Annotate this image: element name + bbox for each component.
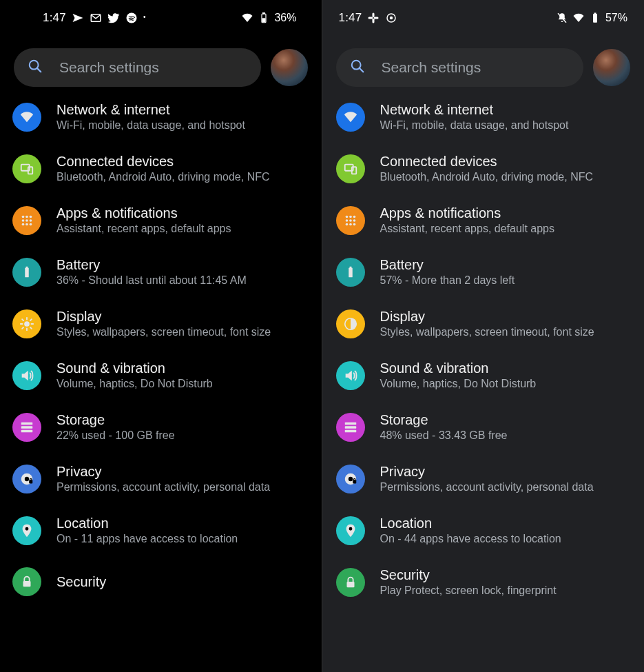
wifi-icon (572, 12, 585, 24)
settings-item-subtitle: 22% used - 100 GB free (56, 429, 175, 442)
battery-icon (589, 12, 601, 24)
search-settings-input[interactable]: Search settings (14, 48, 261, 87)
settings-item-title: Location (380, 516, 561, 531)
settings-item-subtitle: Styles, wallpapers, screen timeout, font… (56, 326, 271, 338)
settings-item-sound[interactable]: Sound & vibrationVolume, haptics, Do Not… (322, 349, 645, 401)
settings-screen-left: 1:47 • 36% Search settings Network & int… (0, 0, 322, 672)
network-icon (12, 103, 41, 132)
slack-icon (367, 12, 380, 24)
settings-item-title: Privacy (380, 464, 594, 480)
devices-icon (12, 154, 41, 183)
settings-item-subtitle: 48% used - 33.43 GB free (380, 429, 508, 442)
settings-item-apps[interactable]: Apps & notificationsAssistant, recent ap… (322, 194, 645, 246)
settings-item-subtitle: Wi-Fi, mobile, data usage, and hotspot (380, 119, 569, 132)
settings-item-storage[interactable]: Storage48% used - 33.43 GB free (322, 401, 645, 453)
settings-item-subtitle: Volume, haptics, Do Not Disturb (380, 378, 537, 390)
settings-item-title: Privacy (56, 464, 270, 480)
settings-item-network[interactable]: Network & internetWi-Fi, mobile, data us… (322, 91, 645, 143)
battery-icon (336, 258, 365, 287)
settings-item-subtitle: Bluetooth, Android Auto, driving mode, N… (56, 171, 270, 183)
settings-item-display[interactable]: DisplayStyles, wallpapers, screen timeou… (0, 298, 322, 349)
search-icon (350, 59, 365, 77)
settings-item-title: Connected devices (56, 154, 270, 170)
dnd-icon (556, 12, 568, 24)
settings-item-subtitle: Assistant, recent apps, default apps (56, 223, 231, 235)
profile-avatar[interactable] (271, 49, 308, 86)
display-icon (12, 309, 41, 338)
twitter-icon (107, 12, 120, 24)
settings-item-title: Connected devices (380, 154, 594, 170)
location-icon (12, 516, 41, 545)
storage-icon (12, 413, 41, 442)
settings-item-location[interactable]: LocationOn - 11 apps have access to loca… (0, 505, 322, 556)
settings-item-storage[interactable]: Storage22% used - 100 GB free (0, 401, 322, 453)
network-icon (336, 103, 365, 132)
search-placeholder: Search settings (59, 59, 159, 76)
settings-item-display[interactable]: DisplayStyles, wallpapers, screen timeou… (322, 298, 645, 349)
settings-item-location[interactable]: LocationOn - 44 apps have access to loca… (322, 505, 645, 556)
settings-item-subtitle: Permissions, account activity, personal … (380, 481, 594, 493)
settings-item-devices[interactable]: Connected devicesBluetooth, Android Auto… (0, 143, 322, 194)
apps-icon (12, 206, 41, 235)
gmail-icon (90, 12, 102, 24)
settings-item-title: Storage (56, 412, 175, 428)
settings-item-title: Location (56, 516, 238, 531)
privacy-icon (12, 465, 41, 493)
settings-item-devices[interactable]: Connected devicesBluetooth, Android Auto… (322, 143, 645, 194)
settings-item-subtitle: Play Protect, screen lock, fingerprint (380, 584, 557, 597)
settings-item-title: Security (56, 574, 106, 590)
settings-item-sound[interactable]: Sound & vibrationVolume, haptics, Do Not… (0, 349, 322, 401)
search-placeholder: Search settings (382, 59, 481, 76)
settings-item-security[interactable]: Security (0, 556, 322, 607)
search-icon (28, 59, 43, 77)
settings-item-subtitle: Wi-Fi, mobile, data usage, and hotspot (56, 119, 245, 132)
status-time: 1:47 (339, 11, 362, 25)
search-settings-input[interactable]: Search settings (336, 48, 584, 87)
settings-item-battery[interactable]: Battery57% - More than 2 days left (322, 246, 645, 298)
settings-list: Network & internetWi-Fi, mobile, data us… (0, 91, 322, 607)
settings-item-privacy[interactable]: PrivacyPermissions, account activity, pe… (0, 453, 322, 505)
settings-item-title: Security (380, 567, 557, 583)
more-notifications-icon: • (143, 14, 146, 22)
settings-item-network[interactable]: Network & internetWi-Fi, mobile, data us… (0, 91, 322, 143)
settings-item-title: Battery (56, 257, 247, 273)
profile-avatar[interactable] (593, 49, 630, 86)
settings-item-title: Storage (380, 412, 508, 428)
security-icon (336, 568, 365, 597)
spotify-icon (125, 12, 138, 24)
settings-item-title: Display (380, 309, 594, 325)
settings-item-title: Battery (380, 257, 515, 273)
privacy-icon (336, 465, 365, 493)
status-bar: 1:47 • 36% (0, 0, 322, 33)
battery-icon (258, 12, 270, 24)
battery-icon (12, 258, 41, 287)
settings-screen-right: 1:47 57% Search settings Network & inter… (322, 0, 645, 672)
devices-icon (336, 154, 365, 183)
settings-item-subtitle: 57% - More than 2 days left (380, 274, 515, 287)
settings-item-subtitle: On - 44 apps have access to location (380, 533, 561, 545)
settings-item-title: Network & internet (380, 102, 569, 118)
battery-text: 36% (274, 12, 296, 24)
settings-item-subtitle: Volume, haptics, Do Not Disturb (56, 378, 213, 390)
settings-item-subtitle: Bluetooth, Android Auto, driving mode, N… (380, 171, 594, 183)
apps-icon (336, 206, 365, 235)
status-bar: 1:47 57% (322, 0, 645, 33)
settings-item-subtitle: On - 11 apps have access to location (56, 533, 238, 545)
status-time: 1:47 (43, 11, 66, 25)
settings-item-title: Network & internet (56, 102, 245, 118)
location-icon (336, 516, 365, 545)
telegram-icon (72, 12, 84, 24)
wifi-icon (241, 12, 253, 24)
security-icon (12, 567, 41, 596)
target-icon (385, 12, 397, 24)
settings-item-subtitle: Assistant, recent apps, default apps (380, 223, 554, 235)
settings-item-subtitle: 36% - Should last until about 11:45 AM (56, 274, 247, 287)
settings-item-apps[interactable]: Apps & notificationsAssistant, recent ap… (0, 194, 322, 246)
settings-item-title: Apps & notifications (380, 205, 554, 221)
settings-item-privacy[interactable]: PrivacyPermissions, account activity, pe… (322, 453, 645, 505)
battery-text: 57% (605, 12, 627, 24)
settings-list: Network & internetWi-Fi, mobile, data us… (322, 91, 645, 608)
settings-item-battery[interactable]: Battery36% - Should last until about 11:… (0, 246, 322, 298)
settings-item-title: Apps & notifications (56, 205, 231, 221)
settings-item-security[interactable]: SecurityPlay Protect, screen lock, finge… (322, 556, 645, 608)
